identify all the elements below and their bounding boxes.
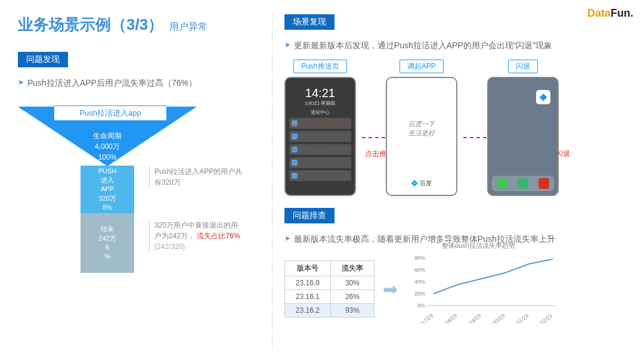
funnel-stage2-l3: APP bbox=[80, 185, 134, 194]
ytick: 80% bbox=[414, 255, 425, 261]
phone-crash: 🔷 bbox=[487, 77, 559, 196]
page-title: 业务场景示例（3/3） 用户异常 bbox=[18, 14, 260, 35]
funnel-anno2-b: 流失占比76% bbox=[197, 232, 240, 240]
table-row: 23.16.0 30% bbox=[284, 276, 374, 290]
notif-icon bbox=[292, 173, 298, 179]
notif-highlight bbox=[284, 125, 356, 150]
funnel-stage1-name: 生命周期 bbox=[18, 130, 197, 141]
table-header-rate: 流失率 bbox=[330, 261, 374, 276]
ytick: 40% bbox=[414, 279, 425, 285]
chart-title: 整体push拉活流失率趋势 bbox=[442, 241, 515, 250]
table-cell: 23.16.2 bbox=[284, 304, 330, 318]
line-chart: 80% 60% 40% 20% 0% 2/17/23 2/18/23 2/19/… bbox=[406, 252, 561, 323]
funnel-annotation-1: Push拉活进入APP的用户共有320万 bbox=[149, 166, 244, 188]
phones-row: 点击推送内容，调起app 进入APP后闪退 Push推送页 14:21 3月2日… bbox=[284, 60, 626, 196]
logo-brand2: Fun. bbox=[611, 7, 633, 19]
right-column: 场景复现 更新最新版本后发现，通过Push拉活进入APP的用户会出现“闪退”现象… bbox=[272, 14, 626, 349]
app-brand: 💠 百度 bbox=[387, 179, 456, 188]
notif-center-label: 通知中心 bbox=[286, 109, 355, 116]
left-column: 业务场景示例（3/3） 用户异常 问题发现 Push拉活进入APP后用户流失率过… bbox=[18, 14, 272, 349]
funnel-top-label: Push拉活进入app bbox=[54, 105, 167, 121]
funnel-stage2-value: 320万 bbox=[80, 194, 134, 203]
phone-label-crash: 闪退 bbox=[508, 60, 538, 73]
xtick: 2/19/23 bbox=[465, 313, 482, 323]
app-splash-text: 百度一下 生活更好 bbox=[387, 120, 456, 138]
title-main: 业务场景示例（3/3） bbox=[18, 14, 163, 35]
table-row-highlighted: 23.16.2 93% bbox=[284, 304, 374, 318]
phone-block-app: 调起APP 百度一下 生活更好 💠 百度 bbox=[386, 60, 457, 196]
ytick: 0% bbox=[417, 303, 425, 309]
xtick: 2/17/23 bbox=[417, 313, 434, 323]
xtick: 2/22/23 bbox=[536, 313, 553, 323]
phone-push: 14:21 3月2日 星期四 通知中心 bbox=[284, 77, 356, 196]
lock-time: 14:21 bbox=[286, 86, 355, 100]
table-header-version: 版本号 bbox=[284, 261, 330, 276]
xtick: 2/18/23 bbox=[441, 313, 458, 323]
slide: 业务场景示例（3/3） 用户异常 问题发现 Push拉活进入APP后用户流失率过… bbox=[0, 0, 644, 361]
scene-bullet: 更新最新版本后发现，通过Push拉活进入APP的用户会出现“闪退”现象 bbox=[284, 41, 626, 51]
chart-wrap: 整体push拉活流失率趋势 80% 60% 40% 20% 0% bbox=[406, 252, 561, 326]
chart-line bbox=[434, 259, 553, 294]
table-cell: 93% bbox=[330, 304, 374, 318]
big-arrow-icon: ➡ bbox=[383, 279, 398, 300]
xtick: 2/21/23 bbox=[512, 313, 530, 323]
funnel-stage3-l3: 6 bbox=[80, 243, 134, 252]
notif-item bbox=[289, 170, 351, 181]
logo: DataFun. bbox=[587, 7, 633, 20]
logo-brand1: Data bbox=[587, 7, 611, 19]
splash-line1: 百度一下 bbox=[408, 120, 435, 127]
funnel-anno2-c: (242/320) bbox=[154, 242, 185, 251]
table-cell: 30% bbox=[330, 276, 374, 290]
phone-label-push: Push推送页 bbox=[293, 60, 346, 73]
phone-block-crash: 闪退 🔷 bbox=[487, 60, 559, 196]
funnel-stage3-name: 结束 bbox=[80, 225, 134, 234]
funnel-stage3-pct: % bbox=[80, 252, 134, 261]
phone-dock bbox=[492, 176, 554, 191]
version-table: 版本号 流失率 23.16.0 30% 23.16.1 26% 23.16.2 … bbox=[284, 260, 374, 318]
lock-date: 3月2日 星期四 bbox=[286, 100, 355, 107]
funnel-stage1: 生命周期 4,000万 100% bbox=[18, 130, 197, 163]
table-cell: 23.16.0 bbox=[284, 276, 330, 290]
funnel-annotation-2: 320万用户中直接退出的用户为242万， 流失占比76% (242/320) bbox=[149, 220, 244, 252]
bottom-row: 版本号 流失率 23.16.0 30% 23.16.1 26% 23.16.2 … bbox=[284, 252, 626, 326]
section-tag-troubleshoot: 问题排查 bbox=[284, 208, 335, 223]
phone-block-push: Push推送页 14:21 3月2日 星期四 通知中心 bbox=[284, 60, 356, 196]
dock-app-icon bbox=[538, 178, 549, 189]
funnel-stage3: 结束 242万 6 % bbox=[80, 213, 134, 273]
funnel-stage1-value: 4,000万 bbox=[18, 141, 197, 152]
phone-app: 百度一下 生活更好 💠 百度 bbox=[386, 77, 457, 196]
funnel-stage3-value: 242万 bbox=[80, 234, 134, 243]
section-tag-scene: 场景复现 bbox=[284, 14, 335, 30]
table-cell: 26% bbox=[330, 290, 374, 304]
phone-label-app: 调起APP bbox=[400, 60, 444, 73]
troubleshoot-bullet-text: 最新版本流失率极高，随着更新用户增多导致整体Push拉活流失率上升 bbox=[294, 234, 555, 245]
table-header-row: 版本号 流失率 bbox=[284, 261, 374, 276]
title-sub: 用户异常 bbox=[169, 21, 208, 33]
funnel-stage2-pct: 8% bbox=[80, 203, 134, 212]
home-app-icon: 🔷 bbox=[536, 90, 550, 104]
table-cell: 23.16.1 bbox=[284, 290, 330, 304]
funnel-stage2: PUSH 进入 APP 320万 8% bbox=[80, 166, 134, 213]
ytick: 60% bbox=[414, 267, 425, 273]
problem-bullet: Push拉活进入APP后用户流失率过高（76%） bbox=[18, 78, 260, 89]
scene-bullet-text: 更新最新版本后发现，通过Push拉活进入APP的用户会出现“闪退”现象 bbox=[294, 41, 552, 51]
funnel-stage2-name: PUSH bbox=[80, 167, 134, 176]
funnel: Push拉活进入app 生命周期 4,000万 100% PUSH 进入 APP… bbox=[18, 107, 260, 309]
splash-line2: 生活更好 bbox=[408, 129, 435, 136]
wechat-icon bbox=[518, 178, 528, 189]
ytick: 20% bbox=[414, 291, 425, 297]
funnel-stage1-pct: 100% bbox=[18, 152, 197, 163]
notif-icon bbox=[292, 160, 298, 166]
notif-item bbox=[289, 157, 351, 168]
problem-bullet-text: Push拉活进入APP后用户流失率过高（76%） bbox=[27, 78, 197, 89]
xtick: 2/20/23 bbox=[488, 313, 506, 323]
table-row: 23.16.1 26% bbox=[284, 290, 374, 304]
funnel-stage2-l2: 进入 bbox=[80, 176, 134, 185]
phone-icon bbox=[497, 178, 507, 189]
section-tag-problem: 问题发现 bbox=[18, 52, 68, 67]
